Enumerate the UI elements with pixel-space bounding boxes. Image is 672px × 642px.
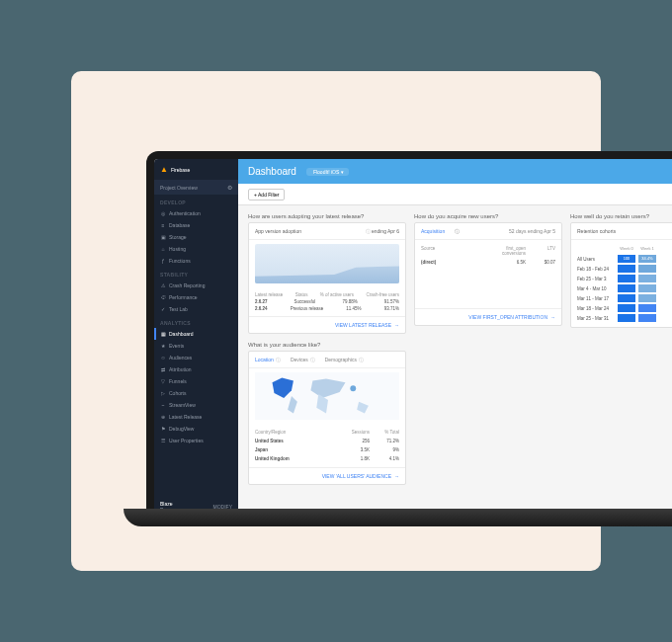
sidebar-item-debugview[interactable]: ⚑DebugView [154,423,238,435]
hosting-icon: ⌂ [160,246,166,252]
col-crash: Crash-free users [366,292,399,297]
events-icon: ★ [160,343,166,349]
sidebar-item-latest-release[interactable]: ⊕Latest Release [154,411,238,423]
funnels-icon: ▽ [160,378,166,384]
table-row: Mar 18 - Mar 24 [577,303,672,313]
acq-col-source: Source [421,246,496,256]
sidebar-item-label: StreamView [169,402,196,408]
info-icon[interactable]: ⓘ [366,228,371,234]
storage-icon: ▣ [160,234,166,240]
audience-question: What is your audience like? [248,342,406,351]
gear-icon[interactable]: ⚙ [227,184,232,191]
sidebar-item-label: Test Lab [169,306,188,312]
laptop-frame: ▲ Firebase Project Overview ⚙ DEVELOP◎Au… [146,151,672,517]
retention-card: Retention cohorts ⓘ Week 0 Week 1 All Us… [570,222,672,328]
sidebar-item-label: Crash Reporting [169,282,205,288]
sidebar-item-dashboard[interactable]: ▦Dashboard [154,328,238,340]
performance-icon: ⏱ [160,294,166,300]
sidebar-header[interactable]: ▲ Firebase [154,159,238,180]
table-row: Mar 25 - Mar 31 [577,313,672,323]
sidebar-item-test-lab[interactable]: ✓Test Lab [154,303,238,315]
acquisition-tab[interactable]: Acquisition [421,228,445,234]
tab-demographics[interactable]: Demographics ⓘ [325,357,364,362]
retention-cell [638,314,656,322]
col-version: Latest release [255,292,283,297]
sidebar-item-streamview[interactable]: ~StreamView [154,399,238,411]
screen: ▲ Firebase Project Overview ⚙ DEVELOP◎Au… [154,159,672,517]
sidebar-item-authentication[interactable]: ◎Authentication [154,207,238,219]
sidebar-item-functions[interactable]: ƒFunctions [154,255,238,267]
audience-table: Country/Region Sessions % Total United S… [249,424,405,467]
audience-link[interactable]: VIEW 'ALL USERS' AUDIENCE→ [249,467,405,484]
sidebar-item-label: Cohorts [169,390,187,396]
retention-title: Retention cohorts [577,228,616,234]
sidebar-section-header: ANALYTICS [154,315,238,328]
audience-card: Location ⓘDevices ⓘDemographics ⓘ [248,351,406,485]
tab-devices[interactable]: Devices ⓘ [291,357,315,362]
arrow-right-icon: → [394,322,399,328]
project-overview-row[interactable]: Project Overview ⚙ [154,180,238,195]
table-row: Mar 4 - Mar 10 [577,283,672,293]
table-row: United States25671.2% [255,437,399,445]
adoption-ending: ending Apr 6 [372,228,399,234]
info-icon: ⓘ [359,357,364,362]
sidebar-item-label: Performance [169,294,198,300]
test-lab-icon: ✓ [160,306,166,312]
authentication-icon: ◎ [160,210,166,216]
latest-release-icon: ⊕ [160,414,166,420]
adoption-chart [255,244,399,283]
laptop-base [124,509,672,526]
sidebar-item-label: Funnels [169,378,187,384]
sidebar-item-cohorts[interactable]: ▷Cohorts [154,387,238,399]
streamview-icon: ~ [160,402,166,408]
cohorts-icon: ▷ [160,390,166,396]
svg-point-0 [350,385,356,391]
ret-col-w0: Week 0 [618,245,635,253]
topbar: Dashboard FloodIt! iOS ▾ [238,159,672,184]
acquisition-question: How do you acquire new users? [414,213,562,222]
retention-cell [618,294,635,302]
table-row: Feb 25 - Mar 3 [577,274,672,283]
sidebar-item-performance[interactable]: ⏱Performance [154,291,238,303]
table-row: Mar 11 - Mar 17 [577,293,672,303]
sidebar-item-funnels[interactable]: ▽Funnels [154,375,238,387]
tab-location[interactable]: Location ⓘ [255,357,281,362]
sidebar-item-hosting[interactable]: ⌂Hosting [154,243,238,255]
acq-col-ltv: LTV [526,246,555,256]
acquisition-link[interactable]: VIEW FIRST_OPEN ATTRIBUTION→ [415,308,561,325]
info-icon[interactable]: ⓘ [455,228,460,234]
table-row: 2.6.27Successful79.88%91.57% [255,298,399,305]
sidebar-item-events[interactable]: ★Events [154,340,238,352]
retention-cell [618,284,635,292]
main-area: Dashboard FloodIt! iOS ▾ + Add Filter ▦L… [238,159,672,517]
retention-cell [618,304,635,312]
user-properties-icon: ☰ [160,438,166,443]
arrow-right-icon: → [550,314,555,320]
aud-col-sessions: Sessions [340,430,370,435]
sidebar-item-crash-reporting[interactable]: ⚠Crash Reporting [154,280,238,291]
info-icon: ⓘ [310,357,315,362]
sidebar-item-label: Storage [169,234,187,240]
audience-tabs: Location ⓘDevices ⓘDemographics ⓘ [249,352,405,368]
sidebar-item-attribution[interactable]: ⇄Attribution [154,363,238,375]
platform-selector[interactable]: FloodIt! iOS ▾ [306,168,349,176]
sidebar-item-database[interactable]: ≡Database [154,219,238,231]
sidebar-item-label: DebugView [169,426,194,432]
retention-cell: 100 [618,255,635,263]
sidebar-item-storage[interactable]: ▣Storage [154,231,238,243]
retention-cell [638,265,656,273]
retention-cell [638,284,656,292]
table-row: Japan3.5K9% [255,445,399,454]
sidebar-item-label: User Properties [169,438,204,443]
adoption-link[interactable]: VIEW LATEST RELEASE→ [249,316,405,333]
add-filter-button[interactable]: + Add Filter [248,189,285,201]
retention-cell [638,275,656,282]
sidebar-item-label: Dashboard [169,331,193,337]
functions-icon: ƒ [160,258,166,264]
table-row: 2.6.24Previous release11.45%93.71% [255,305,399,312]
page-title: Dashboard [248,166,296,177]
toolbar: + Add Filter ▦Last 30 days ⇄Compare [238,184,672,205]
sidebar-item-user-properties[interactable]: ☰User Properties [154,435,238,446]
sidebar-item-audiences[interactable]: ☺Audiences [154,352,238,363]
acquisition-card: Acquisition ⓘ 52 days ending Apr 5 Sourc… [414,222,562,326]
